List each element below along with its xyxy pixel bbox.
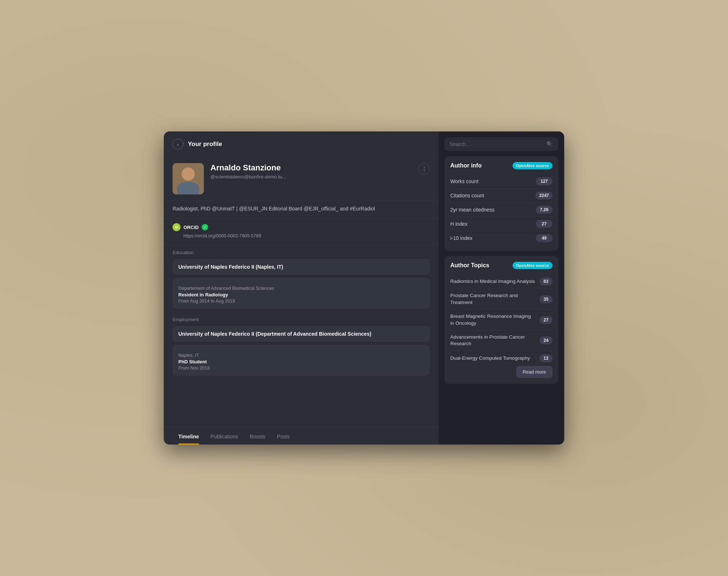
profile-header: ‹ Your profile bbox=[164, 131, 439, 156]
author-topics-title: Author Topics bbox=[450, 262, 489, 269]
hindex-label: H index bbox=[450, 221, 467, 227]
topic-count-4: 13 bbox=[539, 354, 553, 362]
profile-bio: Radiologist, PhD @UninaIT | @ESUR_JN Edi… bbox=[164, 201, 439, 219]
stat-row-citedness: 2yr mean citedness 7.26 bbox=[450, 203, 553, 217]
employment-institution: University of Naples Federico II (Depart… bbox=[178, 331, 424, 337]
search-input[interactable] bbox=[450, 141, 543, 147]
topic-count-3: 24 bbox=[539, 336, 553, 344]
author-info-source-badge: OpenAlex source bbox=[513, 162, 553, 169]
employment-details-card: Naples, IT PhD Student From Nov 2018 bbox=[173, 345, 430, 376]
education-department: Departement of Advanced Biomedical Scien… bbox=[178, 286, 424, 291]
education-card: University of Naples Federico II (Naples… bbox=[173, 259, 430, 275]
orcid-icon: iD bbox=[173, 223, 181, 231]
search-icon: 🔍 bbox=[546, 141, 553, 147]
avatar bbox=[173, 163, 204, 194]
citations-count-label: Citations count bbox=[450, 193, 484, 198]
works-count-label: Works count bbox=[450, 178, 479, 184]
left-panel: ‹ Your profile Arnaldo Stanzione @scient… bbox=[164, 131, 439, 445]
author-stats-list: Works count 127 Citations count 2247 2yr… bbox=[450, 174, 553, 245]
tab-publications[interactable]: Publications bbox=[205, 427, 244, 445]
topic-count-1: 35 bbox=[539, 295, 553, 303]
tab-posts[interactable]: Posts bbox=[271, 427, 296, 445]
profile-handle: @scientistdemo@bonfire-demo.tu... bbox=[210, 174, 412, 179]
education-period: From Aug 2014 to Aug 2018 bbox=[178, 299, 424, 304]
topic-row-4: Dual-Energy Computed Tomography 13 bbox=[450, 351, 553, 362]
read-more-button[interactable]: Read more bbox=[516, 366, 553, 378]
profile-menu-button[interactable]: ⋮ bbox=[418, 163, 430, 175]
tab-timeline[interactable]: Timeline bbox=[173, 427, 205, 445]
topic-count-0: 63 bbox=[539, 277, 553, 285]
orcid-verified-icon: ✓ bbox=[202, 224, 208, 230]
topic-row-1: Prostate Cancer Research and Treatment 3… bbox=[450, 289, 553, 310]
right-panel: 🔍 Author info OpenAlex source Works coun… bbox=[439, 131, 564, 445]
topic-name-2: Breast Magnetic Resonance Imaging in Onc… bbox=[450, 313, 536, 327]
tab-boosts[interactable]: Boosts bbox=[244, 427, 271, 445]
author-topics-header: Author Topics OpenAlex source bbox=[450, 262, 553, 269]
i10-label: i-10 index bbox=[450, 235, 472, 241]
author-topics-list: Radiomics in Medical Imaging Analysis 63… bbox=[450, 274, 553, 362]
topic-name-0: Radiomics in Medical Imaging Analysis bbox=[450, 278, 536, 285]
orcid-url[interactable]: https://orcid.org/0000-0002-7905-5789 bbox=[173, 233, 430, 238]
education-details-card: Departement of Advanced Biomedical Scien… bbox=[173, 278, 430, 309]
page-title: Your profile bbox=[188, 141, 222, 148]
education-section-label: Education bbox=[164, 245, 439, 259]
topic-count-2: 27 bbox=[539, 316, 553, 324]
hindex-value: 27 bbox=[536, 220, 553, 228]
topic-row-2: Breast Magnetic Resonance Imaging in Onc… bbox=[450, 310, 553, 331]
stat-row-hindex: H index 27 bbox=[450, 217, 553, 231]
i10-value: 49 bbox=[536, 234, 553, 242]
topic-name-3: Advancements in Prostate Cancer Research bbox=[450, 334, 536, 348]
orcid-section: iD ORCID ✓ https://orcid.org/0000-0002-7… bbox=[164, 219, 439, 245]
citedness-label: 2yr mean citedness bbox=[450, 207, 494, 213]
topic-name-1: Prostate Cancer Research and Treatment bbox=[450, 292, 536, 306]
author-info-header: Author info OpenAlex source bbox=[450, 162, 553, 169]
profile-main: Arnaldo Stanzione @scientistdemo@bonfire… bbox=[164, 156, 439, 201]
employment-card: University of Naples Federico II (Depart… bbox=[173, 326, 430, 342]
search-bar: 🔍 bbox=[444, 137, 558, 151]
app-container: ‹ Your profile Arnaldo Stanzione @scient… bbox=[164, 131, 564, 445]
topic-name-4: Dual-Energy Computed Tomography bbox=[450, 355, 536, 362]
orcid-badge: iD ORCID ✓ bbox=[173, 223, 430, 231]
education-role: Resident in Radiology bbox=[178, 292, 424, 297]
topic-row-0: Radiomics in Medical Imaging Analysis 63 bbox=[450, 274, 553, 289]
back-button[interactable]: ‹ bbox=[173, 139, 183, 150]
stat-row-i10: i-10 index 49 bbox=[450, 231, 553, 245]
author-topics-card: Author Topics OpenAlex source Radiomics … bbox=[444, 256, 558, 384]
author-topics-source-badge: OpenAlex source bbox=[513, 262, 553, 269]
employment-location: Naples, IT bbox=[178, 353, 424, 358]
works-count-value: 127 bbox=[536, 177, 553, 185]
stat-row-citations: Citations count 2247 bbox=[450, 189, 553, 203]
citations-count-value: 2247 bbox=[535, 192, 553, 200]
stat-row-works: Works count 127 bbox=[450, 174, 553, 189]
profile-name: Arnaldo Stanzione bbox=[210, 163, 412, 173]
education-institution: University of Naples Federico II (Naples… bbox=[178, 264, 424, 270]
read-more-container: Read more bbox=[450, 366, 553, 378]
author-info-card: Author info OpenAlex source Works count … bbox=[444, 156, 558, 251]
employment-period: From Nov 2018 bbox=[178, 366, 424, 371]
tabs-bar: Timeline Publications Boosts Posts bbox=[164, 427, 439, 445]
employment-section-label: Employment bbox=[164, 312, 439, 326]
citedness-value: 7.26 bbox=[536, 206, 553, 214]
author-info-title: Author info bbox=[450, 162, 482, 169]
profile-info: Arnaldo Stanzione @scientistdemo@bonfire… bbox=[210, 163, 412, 179]
orcid-label: ORCID bbox=[183, 225, 199, 230]
topic-row-3: Advancements in Prostate Cancer Research… bbox=[450, 331, 553, 351]
employment-role: PhD Student bbox=[178, 359, 424, 364]
